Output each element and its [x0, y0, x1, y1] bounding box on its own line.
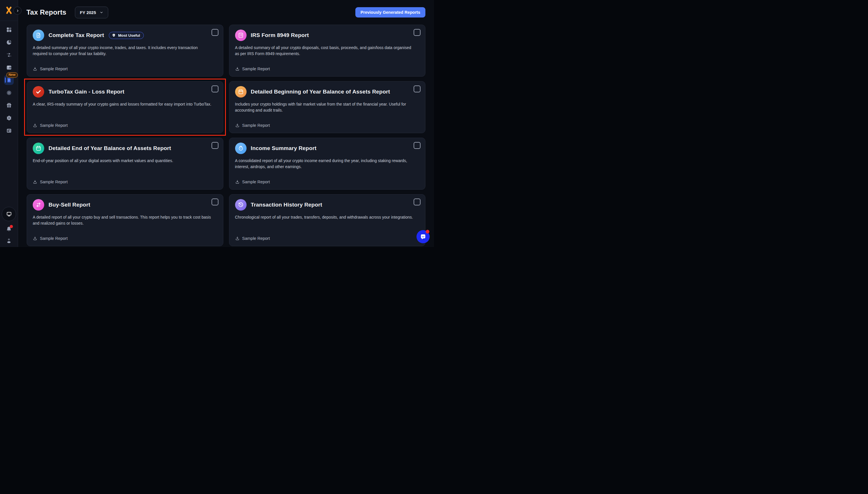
report-card: TurboTax Gain - Loss ReportA clear, IRS-…	[27, 81, 223, 133]
report-card-header: Detailed Beginning of Year Balance of As…	[235, 86, 420, 97]
chevron-right-icon	[16, 9, 19, 12]
report-description: A detailed summary of all your crypto in…	[33, 45, 217, 57]
sidebar-item-settings-gear[interactable]	[6, 115, 12, 121]
sidebar-bottom	[0, 207, 18, 247]
new-badge: New	[6, 72, 18, 78]
sample-report-label: Sample Report	[242, 123, 270, 128]
report-title: Transaction History Report	[251, 202, 322, 208]
sample-report-link[interactable]: Sample Report	[33, 66, 68, 71]
report-select-checkbox[interactable]	[211, 29, 218, 36]
report-description: A consolidated report of all your crypto…	[235, 158, 420, 170]
sample-report-label: Sample Report	[40, 236, 68, 241]
report-title: Complete Tax Report	[49, 32, 104, 39]
sidebar-item-percent-seal[interactable]	[6, 90, 12, 96]
calendar-icon	[235, 86, 246, 97]
chat-launcher-button[interactable]	[417, 230, 430, 243]
download-icon	[235, 123, 240, 128]
report-description: A detailed report of all your crypto buy…	[33, 214, 217, 226]
page-header: Tax Reports FY 2025 Previously Generated…	[18, 0, 434, 25]
gift-icon	[6, 102, 12, 109]
transfers-icon	[6, 52, 12, 58]
report-card: Complete Tax ReportMost UsefulA detailed…	[27, 25, 223, 77]
sample-report-label: Sample Report	[242, 179, 270, 184]
sidebar-item-dashboard[interactable]	[6, 27, 12, 33]
sample-report-link[interactable]: Sample Report	[235, 179, 270, 184]
sample-report-link[interactable]: Sample Report	[235, 66, 270, 71]
sample-report-link[interactable]: Sample Report	[235, 123, 270, 128]
support-monitor-icon	[6, 211, 12, 217]
checkmark-icon	[33, 86, 44, 97]
download-icon	[33, 179, 37, 184]
koinx-logo	[5, 6, 13, 15]
calendar-icon	[33, 142, 44, 154]
report-card-header: Complete Tax ReportMost Useful	[33, 30, 217, 41]
sidebar: New	[0, 0, 18, 247]
sidebar-expand-button[interactable]	[14, 6, 21, 15]
most-useful-badge: Most Useful	[109, 32, 144, 39]
sample-report-link[interactable]: Sample Report	[33, 236, 68, 241]
shield-badge-icon	[112, 33, 116, 38]
sidebar-item-news-card[interactable]	[6, 128, 12, 133]
sidebar-item-transfers[interactable]	[6, 52, 12, 58]
main-area: Tax Reports FY 2025 Previously Generated…	[18, 0, 434, 247]
tax-reports-icon	[6, 77, 12, 83]
swap-icon	[33, 199, 44, 211]
pie-chart-icon	[6, 39, 12, 45]
report-select-checkbox[interactable]	[211, 86, 218, 92]
sample-report-link[interactable]: Sample Report	[33, 179, 68, 184]
report-card-header: TurboTax Gain - Loss Report	[33, 86, 217, 97]
news-card-icon	[6, 128, 12, 134]
sidebar-item-gift[interactable]	[6, 102, 12, 108]
report-select-checkbox[interactable]	[211, 142, 218, 149]
report-card: IRS Form 8949 ReportA detailed summary o…	[229, 25, 426, 77]
download-icon	[33, 123, 37, 128]
download-icon	[235, 236, 240, 241]
report-card: Buy-Sell ReportA detailed report of all …	[27, 194, 223, 246]
report-card-header: IRS Form 8949 Report	[235, 30, 420, 41]
sample-report-label: Sample Report	[40, 66, 68, 71]
report-select-checkbox[interactable]	[413, 86, 421, 92]
percent-seal-icon	[6, 90, 12, 96]
sample-report-label: Sample Report	[242, 236, 270, 241]
financial-year-select[interactable]: FY 2025	[75, 6, 108, 18]
chat-bubble-icon	[419, 233, 427, 241]
money-bag-icon	[235, 142, 246, 154]
sample-report-link[interactable]: Sample Report	[33, 123, 68, 128]
sidebar-item-profile[interactable]	[5, 237, 12, 244]
report-description: A detailed summary of all your crypto di…	[235, 45, 420, 57]
report-select-checkbox[interactable]	[413, 198, 421, 205]
document-icon	[33, 30, 44, 41]
dashboard-icon	[6, 27, 12, 33]
sidebar-nav: New	[0, 27, 18, 133]
report-select-checkbox[interactable]	[413, 142, 421, 149]
report-description: Includes your crypto holdings with fair …	[235, 101, 420, 113]
form-icon	[235, 30, 246, 41]
sidebar-item-wallet[interactable]	[6, 64, 12, 70]
sample-report-label: Sample Report	[40, 123, 68, 128]
sidebar-item-pie-chart[interactable]	[6, 39, 12, 45]
report-select-checkbox[interactable]	[413, 29, 421, 36]
sample-report-link[interactable]: Sample Report	[235, 236, 270, 241]
most-useful-badge-label: Most Useful	[118, 33, 140, 38]
report-title: TurboTax Gain - Loss Report	[49, 89, 124, 95]
active-indicator-bar	[5, 77, 6, 83]
app-root: New Tax Reports FY 2025 Previously Gener…	[0, 0, 434, 247]
wallet-icon	[6, 64, 12, 71]
report-description: End-of-year position of all your digital…	[33, 158, 217, 164]
sidebar-item-tax-reports[interactable]: New	[4, 75, 14, 85]
history-icon	[235, 199, 246, 211]
sidebar-item-support-monitor[interactable]	[2, 207, 16, 221]
report-title: Detailed End of Year Balance of Assets R…	[49, 145, 171, 152]
chevron-down-icon	[99, 11, 103, 14]
chat-notification-dot	[426, 230, 429, 233]
report-card-header: Detailed End of Year Balance of Assets R…	[33, 142, 217, 154]
report-description: Chronological report of all your trades,…	[235, 214, 420, 220]
sidebar-item-bell[interactable]	[5, 226, 12, 233]
sample-report-label: Sample Report	[40, 179, 68, 184]
download-icon	[235, 179, 240, 184]
previously-generated-reports-button[interactable]: Previously Generated Reports	[355, 7, 425, 18]
report-card: Transaction History ReportChronological …	[229, 194, 426, 246]
profile-icon	[5, 237, 12, 244]
report-select-checkbox[interactable]	[211, 198, 218, 205]
report-card: Income Summary ReportA consolidated repo…	[229, 138, 426, 190]
